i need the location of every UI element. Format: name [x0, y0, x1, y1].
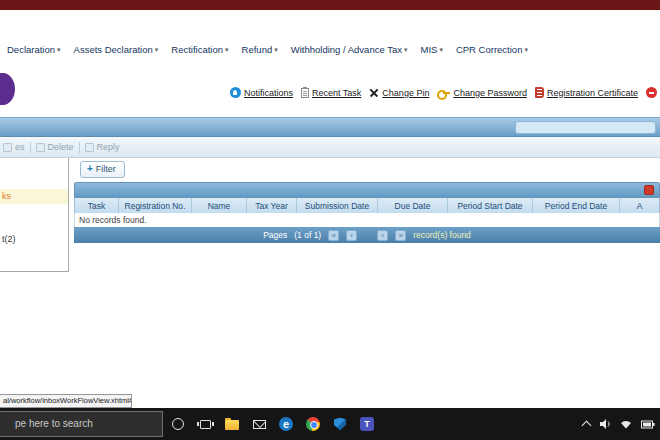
menu-label: Rectification: [171, 44, 223, 55]
edge-icon[interactable]: [278, 416, 294, 432]
browser-status-url: al/workflow/inboxWorkFlowView.xhtml#: [0, 394, 132, 408]
chevron-down-icon: ▾: [57, 46, 61, 53]
network-icon[interactable]: [620, 418, 632, 430]
paginator: Pages (1 of 1) « ‹ › » record(s) found: [74, 227, 660, 243]
paginator-last-button[interactable]: »: [395, 230, 406, 241]
menu-rectification[interactable]: Rectification▾: [171, 44, 228, 55]
envelope-glyph: [253, 420, 266, 429]
menu-cpr-correction[interactable]: CPR Correction▾: [456, 44, 528, 55]
toolbar-separator: [30, 142, 31, 153]
column-header-task: Task: [75, 198, 119, 213]
shield-glyph: [334, 418, 346, 431]
main-menu: Declaration▾ Assets Declaration▾ Rectifi…: [7, 44, 528, 55]
reply-icon: [85, 143, 94, 152]
link-label: Change Pin: [382, 88, 429, 98]
scissors-icon: [369, 88, 379, 98]
toolbar-button-label: Reply: [97, 142, 120, 152]
delete-button[interactable]: Delete: [36, 142, 74, 152]
windows-taskbar: pe here to search: [0, 408, 660, 440]
mail-icon[interactable]: [251, 416, 267, 432]
chevron-down-icon: ▾: [404, 46, 408, 53]
paginator-prev-button[interactable]: ‹: [346, 230, 357, 241]
file-explorer-icon[interactable]: [224, 416, 240, 432]
sidebar-item-tasks[interactable]: ks: [0, 189, 68, 204]
panel-red-icon[interactable]: [644, 185, 654, 195]
table-column-headers: Task Registration No. Name Tax Year Subm…: [74, 198, 660, 213]
link-label: Recent Task: [312, 88, 361, 98]
toolbar-button-truncated[interactable]: es: [3, 142, 25, 152]
cortana-ring: [172, 418, 184, 430]
key-icon: [437, 89, 450, 97]
toolbar-button-label: es: [15, 142, 25, 152]
link-label: Change Password: [453, 88, 527, 98]
battery-icon[interactable]: [641, 420, 655, 429]
notifications-link[interactable]: Notifications: [230, 87, 293, 98]
column-header-registration-no: Registration No.: [119, 198, 192, 213]
menu-label: Assets Declaration: [74, 44, 153, 55]
menu-assets-declaration[interactable]: Assets Declaration▾: [74, 44, 159, 55]
volume-icon[interactable]: [599, 418, 611, 430]
page: Declaration▾ Assets Declaration▾ Rectifi…: [0, 0, 660, 440]
menu-mis[interactable]: MIS▾: [421, 44, 443, 55]
column-header-period-end-date: Period End Date: [533, 198, 620, 213]
menu-refund[interactable]: Refund▾: [242, 44, 278, 55]
menu-label: Declaration: [7, 44, 55, 55]
sidebar-item-count[interactable]: t(2): [0, 232, 68, 247]
folder-tree-sidebar: ks t(2): [0, 158, 69, 272]
reply-button[interactable]: Reply: [85, 142, 120, 152]
quick-search-box[interactable]: [515, 121, 656, 134]
edge-glyph: [279, 417, 293, 431]
toolbar-button-label: Delete: [48, 142, 74, 152]
recent-task-link[interactable]: Recent Task: [301, 88, 361, 98]
paginator-first-button[interactable]: «: [328, 230, 339, 241]
blue-ribbon-bar: [0, 117, 660, 137]
inbox-action-toolbar: es Delete Reply: [0, 137, 660, 158]
change-pin-link[interactable]: Change Pin: [369, 88, 429, 98]
cortana-icon[interactable]: [170, 416, 186, 432]
link-label: Notifications: [244, 88, 293, 98]
teams-glyph: [360, 417, 374, 431]
paginator-next-button[interactable]: ›: [377, 230, 388, 241]
table-panel-header: [74, 182, 660, 198]
menu-withholding-advance-tax[interactable]: Withholding / Advance Tax▾: [291, 44, 408, 55]
column-header-name: Name: [192, 198, 247, 213]
page-range-label: (1 of 1): [294, 230, 321, 240]
delete-icon: [36, 143, 45, 152]
certificate-icon: [535, 87, 544, 98]
chevron-down-icon: ▾: [155, 46, 159, 53]
filter-label: Filter: [96, 164, 116, 174]
records-count-label: record(s) found: [413, 230, 471, 240]
page-header: Notifications Recent Task Change Pin Cha…: [0, 60, 660, 117]
task-view-glyph: [200, 420, 211, 429]
power-icon[interactable]: [646, 87, 657, 98]
window-top-strip: [0, 0, 660, 10]
column-header-due-date: Due Date: [378, 198, 448, 213]
column-header-truncated: A: [620, 198, 659, 213]
task-view-icon[interactable]: [197, 416, 213, 432]
menu-label: Refund: [242, 44, 273, 55]
menu-label: MIS: [421, 44, 438, 55]
plus-icon: +: [87, 165, 93, 173]
pages-label: Pages: [263, 230, 287, 240]
toolbar-button-icon: [3, 143, 12, 152]
chevron-down-icon: ▾: [274, 46, 278, 53]
chevron-glyph: [582, 421, 592, 431]
menu-label: CPR Correction: [456, 44, 523, 55]
folder-glyph: [225, 420, 239, 430]
column-header-tax-year: Tax Year: [247, 198, 297, 213]
taskbar-search-input[interactable]: pe here to search: [0, 411, 163, 437]
chevron-up-icon[interactable]: [583, 419, 590, 429]
registration-certificate-link[interactable]: Registration Certificate: [535, 87, 638, 98]
header-links: Notifications Recent Task Change Pin Cha…: [230, 87, 657, 98]
filter-button[interactable]: +Filter: [80, 161, 125, 178]
toolbar-separator: [79, 142, 80, 153]
chevron-down-icon: ▾: [524, 46, 528, 53]
teams-icon[interactable]: [359, 416, 375, 432]
menu-declaration[interactable]: Declaration▾: [7, 44, 61, 55]
chrome-glyph: [306, 417, 320, 431]
chrome-icon[interactable]: [305, 416, 321, 432]
link-label: Registration Certificate: [547, 88, 638, 98]
change-password-link[interactable]: Change Password: [437, 88, 527, 98]
chevron-down-icon: ▾: [439, 46, 443, 53]
defender-shield-icon[interactable]: [332, 416, 348, 432]
